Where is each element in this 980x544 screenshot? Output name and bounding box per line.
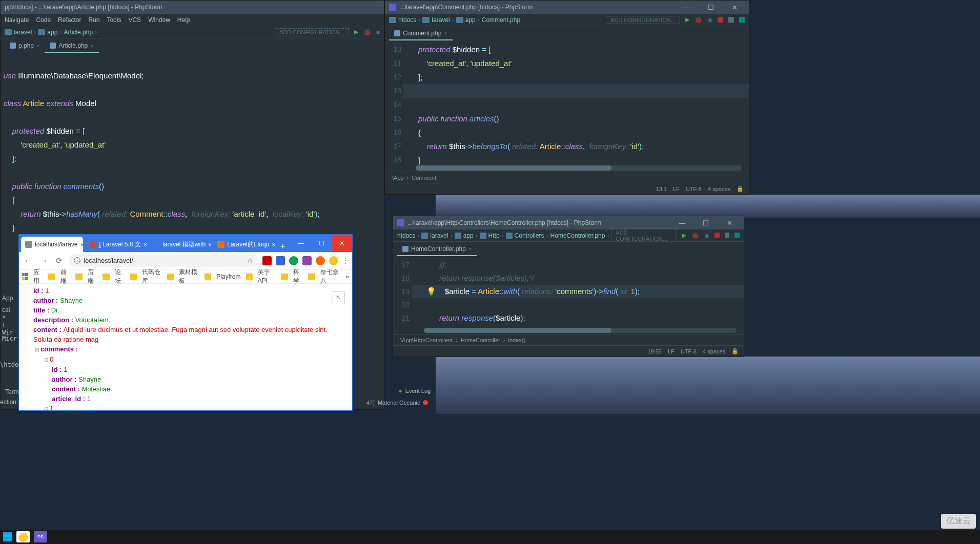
ps-rtop-titlebar[interactable]: ...\laravel\app\Comment.php [htdocs] - P…: [385, 1, 749, 14]
ps-rtop-editor[interactable]: 10111213141516171819 protected $hidden =…: [385, 40, 749, 165]
extension-icon[interactable]: [289, 256, 298, 265]
tab-comment-php[interactable]: Comment.php×: [389, 27, 453, 40]
menu-window[interactable]: Window: [148, 16, 170, 24]
encoding[interactable]: UTF-8: [681, 348, 697, 354]
add-configuration-button[interactable]: ADD CONFIGURATION...: [611, 228, 677, 243]
collapse-icon[interactable]: ⊟: [43, 404, 50, 410]
tab-homecontroller[interactable]: HomeController.php×: [397, 243, 477, 256]
close-icon[interactable]: ×: [90, 43, 93, 49]
json-arrow-icon[interactable]: ↖: [332, 291, 345, 304]
crumb[interactable]: Comment: [412, 175, 436, 181]
chrome-tab-1[interactable]: [ Laravel 5.8 文×: [85, 237, 147, 252]
crumb[interactable]: laravel: [430, 232, 448, 239]
collapse-icon[interactable]: ⊟: [43, 355, 50, 365]
crumb[interactable]: Http: [488, 232, 500, 239]
address-bar[interactable]: ⓘ localhost/laravel/ ☆: [69, 254, 258, 267]
close-icon[interactable]: ×: [444, 30, 447, 36]
coverage-icon[interactable]: ◉: [704, 232, 709, 239]
close-icon[interactable]: ×: [80, 241, 83, 248]
bookmark[interactable]: 素材模板: [179, 268, 199, 285]
run-icon[interactable]: ▶: [354, 29, 358, 35]
debug-icon[interactable]: 🐞: [691, 232, 699, 239]
close-icon[interactable]: ×: [144, 241, 147, 248]
menu-code[interactable]: Code: [36, 16, 51, 24]
add-configuration-button[interactable]: ADD CONFIGURATION...: [275, 28, 349, 36]
crumb[interactable]: \App: [392, 175, 404, 181]
bookmark[interactable]: 奈七奈八: [320, 268, 341, 285]
material-oceanic-label[interactable]: 47) Material Oceanic: [366, 400, 428, 406]
search-icon[interactable]: [734, 233, 740, 238]
crumb-laravel[interactable]: laravel: [14, 29, 32, 36]
add-configuration-button[interactable]: ADD CONFIGURATION...: [606, 16, 680, 24]
tab-p-php[interactable]: p.php×: [5, 39, 45, 53]
build-icon[interactable]: [728, 17, 734, 23]
minimize-button[interactable]: —: [672, 219, 692, 227]
new-tab-button[interactable]: +: [275, 241, 291, 252]
crumb-app[interactable]: app: [47, 29, 57, 36]
stop-icon[interactable]: [714, 233, 720, 238]
menu-navigate[interactable]: Navigate: [5, 16, 29, 24]
close-icon[interactable]: ×: [208, 241, 211, 248]
ps-rbot-titlebar[interactable]: ...\laravel\app\Http\Controllers\HomeCon…: [393, 216, 744, 229]
bookmark[interactable]: 后端: [88, 268, 98, 285]
star-icon[interactable]: ☆: [247, 257, 253, 264]
crumb[interactable]: \App\Http\Controllers: [400, 337, 453, 343]
bookmark[interactable]: 关于API: [258, 268, 276, 284]
horizontal-scrollbar[interactable]: [424, 328, 737, 333]
ps-rbot-editor[interactable]: 171819202122 }); return response($articl…: [393, 256, 744, 328]
maximize-button[interactable]: ☐: [311, 235, 332, 252]
bookmark[interactable]: 应用: [33, 268, 44, 285]
maximize-button[interactable]: ☐: [701, 4, 721, 11]
apps-icon[interactable]: [22, 273, 28, 280]
extension-icon[interactable]: [302, 256, 312, 265]
close-icon[interactable]: ×: [36, 43, 39, 49]
bookmark[interactable]: 科学: [293, 268, 303, 285]
bookmark[interactable]: Playfrom: [216, 273, 240, 280]
bookmark[interactable]: 前端: [60, 268, 71, 285]
taskbar-chrome[interactable]: 🟡: [16, 531, 30, 542]
info-icon[interactable]: ⓘ: [74, 256, 80, 265]
line-ending[interactable]: LF: [673, 186, 680, 192]
chrome-tab-2[interactable]: laravel 模型with×: [149, 237, 211, 252]
taskbar-phpstorm[interactable]: PS: [34, 531, 47, 542]
bookmark[interactable]: 代码仓库: [142, 268, 162, 285]
ps-left-titlebar[interactable]: pp\htdocs] - ...\laravel\app\Article.php…: [1, 1, 384, 14]
menu-run[interactable]: Run: [88, 16, 99, 24]
close-icon[interactable]: ×: [468, 246, 472, 252]
indent[interactable]: 4 spaces: [708, 186, 730, 192]
extension-icon[interactable]: [276, 256, 285, 265]
line-ending[interactable]: LF: [668, 348, 675, 354]
start-button[interactable]: [3, 532, 12, 541]
close-button[interactable]: ✕: [332, 235, 352, 252]
encoding[interactable]: UTF-8: [686, 186, 702, 192]
crumb[interactable]: Comment.php: [482, 16, 520, 24]
coverage-icon[interactable]: ◉: [707, 16, 712, 24]
crumb[interactable]: app: [465, 16, 476, 24]
tab-article-php[interactable]: Article.php×: [45, 39, 98, 53]
run-icon[interactable]: ▶: [685, 16, 689, 23]
overflow-icon[interactable]: »: [345, 273, 349, 280]
minimize-button[interactable]: —: [291, 235, 311, 252]
run-icon[interactable]: ▶: [682, 232, 686, 239]
collapse-icon[interactable]: ⊟: [33, 345, 40, 354]
build-icon[interactable]: [725, 233, 730, 238]
back-button[interactable]: ←: [22, 256, 34, 265]
crumb[interactable]: app: [463, 232, 474, 239]
debug-icon[interactable]: 🐞: [695, 16, 702, 24]
menu-vcs[interactable]: VCS: [128, 16, 141, 24]
extension-icon[interactable]: [262, 256, 272, 265]
search-icon[interactable]: [739, 17, 745, 23]
chrome-page-content[interactable]: ↖ id : 1 author : Shayne title : Dr. des…: [19, 284, 352, 410]
bookmark[interactable]: 论坛: [115, 268, 125, 285]
crumb[interactable]: htdocs: [397, 232, 415, 239]
event-log-label[interactable]: ●Event Log: [399, 388, 431, 394]
extension-icon[interactable]: [329, 256, 338, 265]
crumb[interactable]: HomeController.php: [550, 232, 605, 239]
chrome-tab-0[interactable]: localhost/larave×: [21, 237, 83, 252]
crumb[interactable]: HomeController: [461, 337, 500, 343]
debug-icon[interactable]: 🐞: [363, 29, 371, 36]
menu-tools[interactable]: Tools: [107, 16, 121, 24]
forward-button[interactable]: →: [38, 256, 50, 265]
horizontal-scrollbar[interactable]: [416, 165, 742, 171]
crumb[interactable]: index(): [508, 337, 525, 343]
